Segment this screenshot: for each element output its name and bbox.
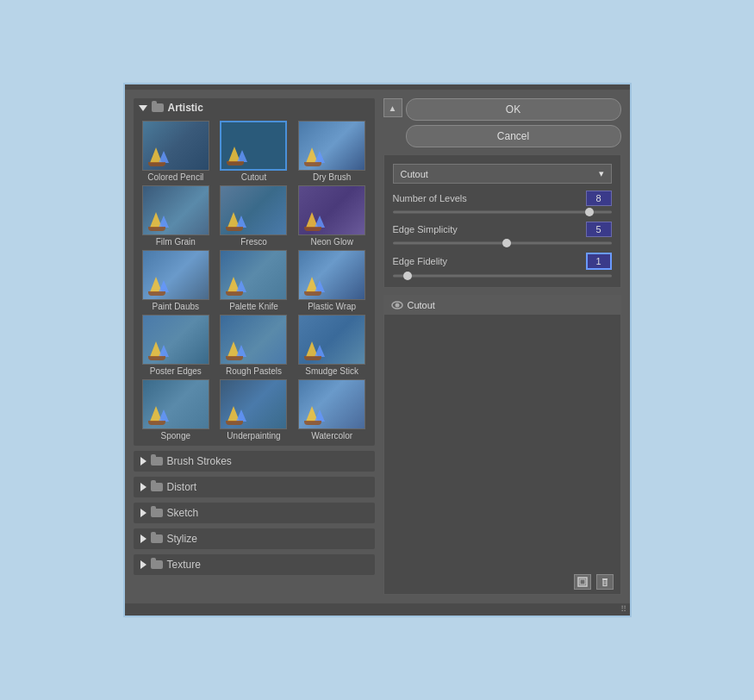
- dialog-footer: ⠿: [125, 603, 630, 616]
- folder-icon-stylize: [151, 534, 163, 543]
- filter-label-plastic-wrap: Plastic Wrap: [308, 302, 356, 311]
- value-edge-simplicity: 5: [586, 222, 612, 237]
- slider-levels[interactable]: [393, 209, 612, 215]
- filter-item-cutout[interactable]: Cutout: [216, 121, 291, 182]
- filter-label-palette-knife: Palette Knife: [229, 302, 278, 311]
- filter-label-neon-glow: Neon Glow: [310, 237, 352, 247]
- filter-item-palette-knife[interactable]: Palette Knife: [216, 250, 291, 311]
- filter-thumb-fresco: [220, 185, 287, 235]
- layer-filter-name: Cutout: [408, 300, 435, 310]
- triangle-right-icon-stylize: [140, 534, 146, 543]
- filter-item-poster-edges[interactable]: Poster Edges: [139, 315, 214, 376]
- svg-rect-3: [580, 579, 585, 584]
- slider-fidelity[interactable]: [393, 273, 612, 278]
- input-number-of-levels[interactable]: [586, 191, 612, 206]
- slider-thumb-fidelity[interactable]: [403, 272, 412, 280]
- filter-thumb-film-grain: [142, 185, 209, 235]
- collapse-panel-button[interactable]: ▲: [383, 98, 402, 117]
- texture-category: Texture: [134, 554, 375, 575]
- setting-edge-simplicity: Edge Simplicity 5: [393, 222, 612, 246]
- filter-item-fresco[interactable]: Fresco: [216, 185, 291, 247]
- filter-item-rough-pastels[interactable]: Rough Pastels: [216, 315, 291, 376]
- artistic-category-header[interactable]: Artistic: [134, 98, 375, 117]
- label-number-of-levels: Number of Levels: [393, 193, 467, 203]
- slider-simplicity[interactable]: [393, 241, 612, 246]
- input-edge-fidelity[interactable]: [586, 253, 612, 270]
- filter-item-paint-daubs[interactable]: Paint Daubs: [139, 250, 214, 311]
- svg-point-1: [395, 303, 399, 308]
- filter-label-fresco: Fresco: [240, 237, 267, 247]
- resize-handle-icon[interactable]: ⠿: [620, 604, 626, 614]
- setting-number-of-levels: Number of Levels: [393, 191, 612, 215]
- slider-thumb-simplicity[interactable]: [502, 239, 511, 247]
- sketch-category: Sketch: [134, 503, 375, 523]
- filter-item-plastic-wrap[interactable]: Plastic Wrap: [295, 250, 370, 311]
- layer-panel-empty-area: [384, 315, 620, 570]
- filter-thumb-cutout: [220, 121, 287, 171]
- filter-item-dry-brush[interactable]: Dry Brush: [295, 121, 370, 182]
- filter-label-underpainting: Underpainting: [227, 431, 280, 441]
- filter-label-smudge-stick: Smudge Stick: [305, 366, 358, 376]
- filter-label-sponge: Sponge: [161, 431, 190, 441]
- filter-label-colored-pencil: Colored Pencil: [147, 172, 203, 182]
- sidebar-item-texture[interactable]: Texture: [134, 554, 375, 575]
- triangle-right-icon: [140, 457, 146, 466]
- texture-label: Texture: [167, 559, 201, 571]
- filter-item-sponge[interactable]: Sponge: [139, 379, 214, 441]
- filter-grid: Colored Pencil Cutout Dry Brush: [134, 117, 375, 446]
- setting-label-row-simplicity: Edge Simplicity 5: [393, 222, 612, 237]
- top-controls: ▲ OK Cancel: [383, 98, 621, 147]
- left-panel: Artistic Colored Pencil Cutout: [134, 98, 375, 595]
- layer-panel-footer: [384, 570, 620, 594]
- triangle-right-icon-texture: [140, 560, 146, 569]
- slider-track-levels: [393, 211, 612, 214]
- filter-label-poster-edges: Poster Edges: [150, 366, 202, 376]
- filter-item-colored-pencil[interactable]: Colored Pencil: [139, 121, 214, 182]
- dropdown-arrow-icon: ▾: [599, 168, 604, 179]
- distort-category: Distort: [134, 477, 375, 497]
- filter-label-dry-brush: Dry Brush: [313, 172, 351, 182]
- folder-icon-texture: [151, 560, 163, 569]
- triangle-right-icon-distort: [140, 483, 146, 491]
- new-effect-layer-button[interactable]: [574, 574, 591, 590]
- delete-effect-layer-button[interactable]: [596, 574, 614, 590]
- filter-label-watercolor: Watercolor: [311, 431, 352, 441]
- folder-icon: [152, 103, 164, 112]
- brush-strokes-category: Brush Strokes: [134, 451, 375, 472]
- filter-item-smudge-stick[interactable]: Smudge Stick: [295, 315, 370, 376]
- sketch-label: Sketch: [167, 507, 199, 519]
- label-edge-fidelity: Edge Fidelity: [393, 256, 448, 266]
- filter-thumb-watercolor: [298, 379, 365, 429]
- ok-button[interactable]: OK: [406, 98, 621, 121]
- right-panel: ▲ OK Cancel Cutout ▾ Number of Levels: [383, 98, 621, 595]
- dialog-body: Artistic Colored Pencil Cutout: [125, 90, 630, 603]
- sidebar-item-stylize[interactable]: Stylize: [134, 528, 375, 549]
- filter-item-watercolor[interactable]: Watercolor: [295, 379, 370, 441]
- filter-item-underpainting[interactable]: Underpainting: [216, 379, 291, 441]
- filter-label-film-grain: Film Grain: [156, 237, 196, 247]
- cancel-button[interactable]: Cancel: [406, 125, 621, 147]
- filter-thumb-poster-edges: [142, 315, 209, 365]
- folder-icon-brush-strokes: [151, 457, 163, 466]
- layer-item-cutout[interactable]: Cutout: [384, 296, 620, 315]
- filter-item-neon-glow[interactable]: Neon Glow: [295, 185, 370, 247]
- filter-settings-panel: Cutout ▾ Number of Levels: [383, 154, 621, 288]
- filter-dropdown[interactable]: Cutout ▾: [393, 164, 612, 184]
- sidebar-item-distort[interactable]: Distort: [134, 477, 375, 497]
- sidebar-item-sketch[interactable]: Sketch: [134, 503, 375, 523]
- triangle-right-icon-sketch: [140, 509, 146, 517]
- setting-label-row-levels: Number of Levels: [393, 191, 612, 206]
- filter-thumb-smudge-stick: [298, 315, 365, 365]
- filter-thumb-underpainting: [220, 379, 287, 429]
- artistic-label: Artistic: [168, 102, 203, 114]
- filter-item-film-grain[interactable]: Film Grain: [139, 185, 214, 247]
- filter-thumb-paint-daubs: [142, 250, 209, 300]
- setting-edge-fidelity: Edge Fidelity: [393, 253, 612, 278]
- filter-thumb-neon-glow: [298, 185, 365, 235]
- slider-thumb-levels[interactable]: [585, 208, 594, 216]
- visibility-eye-icon[interactable]: [391, 301, 403, 309]
- filter-thumb-colored-pencil: [142, 121, 209, 171]
- sidebar-item-brush-strokes[interactable]: Brush Strokes: [134, 451, 375, 472]
- stylize-label: Stylize: [167, 533, 197, 545]
- filter-label-paint-daubs: Paint Daubs: [153, 302, 199, 311]
